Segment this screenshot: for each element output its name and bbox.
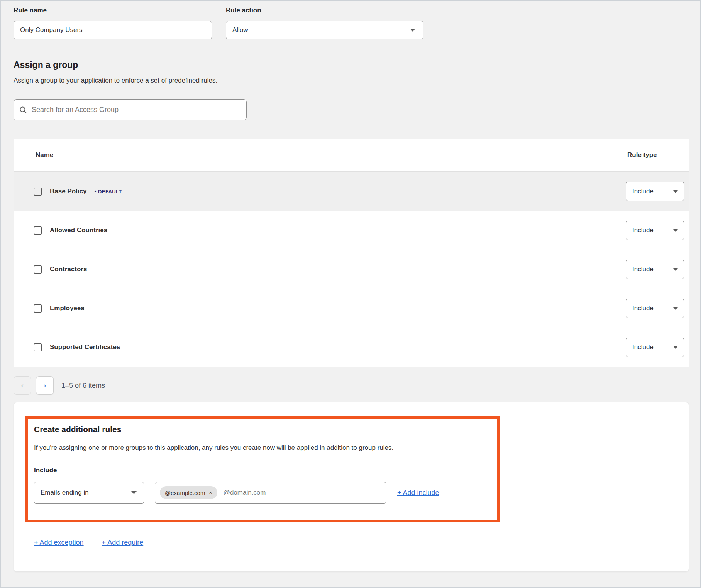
table-row-contractors: Contractors Include	[14, 250, 689, 289]
rule-type-value: Include	[632, 188, 654, 195]
email-chip: @example.com ×	[160, 486, 217, 499]
chevron-left-icon: ‹	[21, 381, 24, 390]
row-name: Supported Certificates	[50, 343, 120, 351]
chevron-down-icon	[673, 229, 678, 232]
rule-type-value: Include	[632, 226, 654, 234]
table-header: Name Rule type	[14, 139, 689, 172]
rule-name-label: Rule name	[14, 7, 212, 14]
rule-form: Rule name Rule action Allow	[14, 7, 687, 39]
rule-type-value: Include	[632, 304, 654, 312]
add-include-link[interactable]: + Add include	[397, 489, 439, 497]
table-row-employees: Employees Include	[14, 289, 689, 328]
row-name: Allowed Countries	[50, 226, 107, 234]
assign-group-title: Assign a group	[14, 60, 687, 70]
table-row-supported-certificates: Supported Certificates Include	[14, 328, 689, 367]
search-icon	[19, 106, 27, 114]
rule-action-field-group: Rule action Allow	[226, 7, 423, 39]
row-checkbox[interactable]	[34, 188, 42, 196]
chevron-down-icon	[673, 307, 678, 310]
row-checkbox[interactable]	[34, 265, 42, 274]
rule-footer-links: + Add exception + Add require	[34, 539, 689, 547]
additional-rules-card: Create additional rules If you're assign…	[14, 402, 689, 572]
include-label: Include	[34, 466, 489, 474]
chevron-down-icon	[673, 190, 678, 193]
row-checkbox[interactable]	[34, 226, 42, 235]
row-checkbox[interactable]	[34, 304, 42, 313]
table-row-base-policy: Base Policy DEFAULT Include	[14, 172, 689, 211]
default-badge: DEFAULT	[94, 188, 122, 194]
pagination-range-text: 1–5 of 6 items	[61, 382, 105, 390]
assign-group-description: Assign a group to your application to en…	[14, 77, 687, 84]
rule-name-field-group: Rule name	[14, 7, 212, 39]
chevron-down-icon	[410, 29, 415, 32]
access-groups-table: Name Rule type Base Policy DEFAULT Inclu…	[14, 139, 689, 367]
remove-chip-icon[interactable]: ×	[209, 490, 212, 495]
create-additional-rules-highlight: Create additional rules If you're assign…	[25, 416, 500, 522]
include-rule-row: Emails ending in @example.com × + Add in…	[34, 482, 489, 504]
rule-configuration-page: Rule name Rule action Allow Assign a gro…	[0, 0, 701, 588]
rule-type-select[interactable]: Include	[626, 338, 684, 357]
create-additional-rules-description: If you're assigning one or more groups t…	[34, 444, 489, 452]
chevron-right-icon: ›	[44, 381, 46, 390]
pagination: ‹ › 1–5 of 6 items	[14, 376, 687, 395]
rule-criteria-value: Emails ending in	[41, 489, 89, 497]
email-domains-input[interactable]: @example.com ×	[155, 482, 386, 504]
row-name: Base Policy	[50, 188, 86, 195]
chevron-down-icon	[673, 268, 678, 271]
chevron-down-icon	[131, 491, 137, 494]
row-checkbox[interactable]	[34, 343, 42, 351]
rule-type-select[interactable]: Include	[626, 182, 684, 201]
rule-type-select[interactable]: Include	[626, 299, 684, 318]
add-require-link[interactable]: + Add require	[102, 539, 144, 547]
rule-criteria-select[interactable]: Emails ending in	[34, 482, 144, 504]
next-page-button[interactable]: ›	[36, 376, 54, 395]
rule-type-select[interactable]: Include	[626, 221, 684, 240]
row-name: Employees	[50, 304, 85, 312]
rule-type-value: Include	[632, 265, 654, 273]
row-name: Contractors	[50, 265, 87, 273]
table-row-allowed-countries: Allowed Countries Include	[14, 211, 689, 250]
chevron-down-icon	[673, 346, 678, 349]
access-group-search-input[interactable]	[32, 106, 241, 114]
column-header-rule-type: Rule type	[627, 151, 689, 159]
email-chip-label: @example.com	[165, 490, 205, 496]
rule-type-value: Include	[632, 343, 654, 351]
rule-action-select[interactable]: Allow	[226, 21, 423, 39]
previous-page-button[interactable]: ‹	[14, 376, 31, 395]
create-additional-rules-title: Create additional rules	[34, 425, 489, 434]
access-group-search[interactable]	[14, 99, 247, 120]
email-domain-text-input[interactable]	[224, 489, 381, 497]
rule-action-label: Rule action	[226, 7, 423, 14]
rule-action-value: Allow	[232, 26, 248, 34]
add-exception-link[interactable]: + Add exception	[34, 539, 84, 547]
rule-type-select[interactable]: Include	[626, 260, 684, 279]
rule-name-input[interactable]	[14, 21, 212, 39]
column-header-name: Name	[36, 151, 53, 159]
